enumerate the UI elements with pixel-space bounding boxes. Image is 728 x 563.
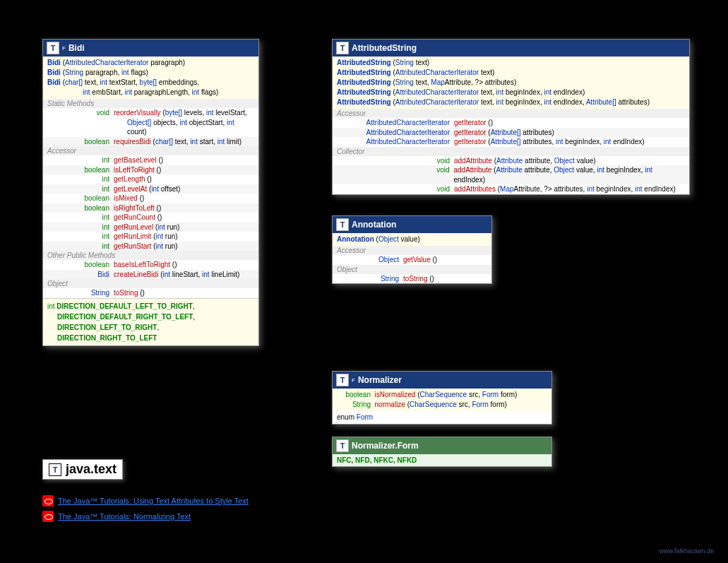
type-icon: T <box>336 374 349 386</box>
card-header: TAttributedString <box>333 40 689 57</box>
class-name: AttributedString <box>352 43 417 53</box>
group-label: Other Public Methods <box>43 251 258 260</box>
oracle-icon <box>42 495 54 506</box>
group-label: Accessor <box>43 146 258 155</box>
constructors: Annotation (Object value) <box>333 233 491 246</box>
constructors: Bidi (AttributedCharacterIterator paragr… <box>43 57 258 99</box>
tutorial-link[interactable]: The Java™ Tutorials: Normalizing Text <box>58 512 191 521</box>
class-name: Normalizer.Form <box>352 441 419 451</box>
type-icon: T <box>336 439 349 452</box>
footer-credit: www.falkhausen.de <box>659 547 714 555</box>
group-label: Object <box>333 265 491 274</box>
class-card-annotation: TAnnotation Annotation (Object value) Ac… <box>332 215 492 284</box>
constructors: AttributedString (String text)Attributed… <box>333 57 689 109</box>
other-methods: booleanbaseIsLeftToRight ()BidicreateLin… <box>43 260 258 279</box>
card-header: TFNormalizer <box>333 372 551 389</box>
accessor-methods: AttributedCharacterIteratorgetIterator (… <box>333 118 689 147</box>
accessor-methods: intgetBaseLevel ()booleanisLeftToRight (… <box>43 155 258 251</box>
object-methods: StringtoString () <box>43 288 258 298</box>
class-card-bidi: TFBidi Bidi (AttributedCharacterIterator… <box>42 39 259 346</box>
card-header: TNormalizer.Form <box>333 437 551 454</box>
static-methods: voidreorderVisually (byte[] levels, int … <box>43 108 258 146</box>
group-label: Accessor <box>333 246 491 255</box>
link-item: The Java™ Tutorials: Using Text Attribut… <box>42 495 249 506</box>
package-label: Tjava.text <box>42 459 123 480</box>
class-name: Normalizer <box>358 375 402 385</box>
group-label: Accessor <box>333 109 689 118</box>
card-header: TAnnotation <box>333 216 491 233</box>
oracle-icon <box>42 511 54 522</box>
enum-name: Form <box>357 413 373 421</box>
type-icon: T <box>336 42 349 54</box>
accessor-methods: ObjectgetValue () <box>333 255 491 265</box>
link-item: The Java™ Tutorials: Normalizing Text <box>42 511 249 522</box>
package-name: java.text <box>66 462 117 477</box>
group-label: Collector <box>333 147 689 156</box>
type-icon: T <box>49 463 61 476</box>
class-name: Annotation <box>352 220 396 230</box>
final-marker: F <box>352 377 355 384</box>
object-methods: StringtoString () <box>333 274 491 284</box>
constants: int DIRECTION_DEFAULT_LEFT_TO_RIGHT, DIR… <box>43 298 258 345</box>
collector-methods: voidaddAttribute (Attribute attribute, O… <box>333 156 689 194</box>
enum-values: NFC, NFD, NFKC, NFKD <box>333 454 551 466</box>
final-marker: F <box>62 45 66 52</box>
enum-decl: enum Form <box>333 411 551 424</box>
group-label: Object <box>43 279 258 288</box>
type-icon: T <box>47 42 59 54</box>
tutorial-link[interactable]: The Java™ Tutorials: Using Text Attribut… <box>58 497 249 505</box>
type-icon: T <box>336 218 349 231</box>
class-card-attributedstring: TAttributedString AttributedString (Stri… <box>332 39 690 195</box>
card-header: TFBidi <box>43 40 258 57</box>
group-label: Static Methods <box>43 99 258 108</box>
enum-keyword: enum <box>337 413 354 421</box>
methods: boolean isNormalized (CharSequence src, … <box>333 389 551 411</box>
class-card-normalizer-form: TNormalizer.Form NFC, NFD, NFKC, NFKD <box>332 437 552 467</box>
tutorial-links: The Java™ Tutorials: Using Text Attribut… <box>42 491 249 526</box>
class-name: Bidi <box>68 43 85 53</box>
class-card-normalizer: TFNormalizer boolean isNormalized (CharS… <box>332 371 552 425</box>
